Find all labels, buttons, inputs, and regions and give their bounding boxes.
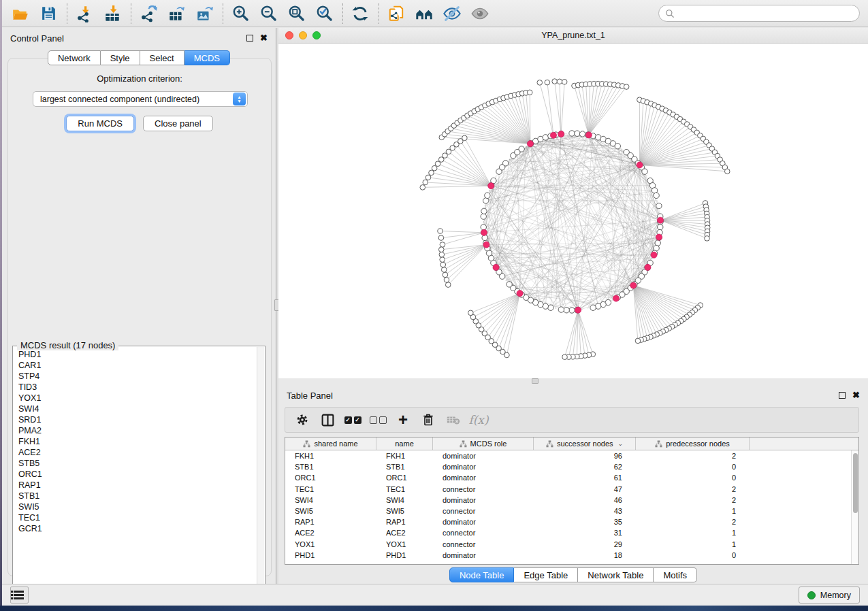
network-node[interactable]	[615, 144, 620, 149]
mcds-network-node[interactable]	[657, 217, 663, 223]
table-row[interactable]: PHD1PHD1dominator180	[285, 550, 851, 561]
network-node[interactable]	[507, 282, 512, 287]
tab-node-table[interactable]: Node Table	[449, 567, 515, 582]
mcds-result-item[interactable]: STP4	[14, 371, 256, 382]
mcds-network-node[interactable]	[493, 264, 499, 270]
table-row[interactable]: FKH1FKH1dominator962	[285, 450, 851, 461]
network-node[interactable]	[502, 161, 508, 166]
mcds-network-node[interactable]	[656, 234, 662, 240]
network-node[interactable]	[543, 135, 548, 140]
split-columns-icon[interactable]	[317, 410, 338, 430]
network-node[interactable]	[558, 307, 564, 312]
network-node[interactable]	[642, 169, 647, 174]
mcds-network-node[interactable]	[488, 183, 494, 189]
mcds-network-node[interactable]	[481, 229, 487, 235]
tab-edge-table[interactable]: Edge Table	[514, 567, 578, 582]
network-node[interactable]	[590, 305, 596, 310]
close-panel-button[interactable]: Close panel	[143, 116, 213, 131]
table-row[interactable]: TEC1TEC1connector472	[285, 484, 851, 495]
splitter-handle[interactable]	[532, 378, 539, 384]
mcds-network-node[interactable]	[613, 295, 619, 301]
memory-button[interactable]: Memory	[799, 587, 860, 604]
mcds-network-node[interactable]	[651, 252, 657, 258]
network-node[interactable]	[564, 308, 569, 313]
tab-network-table[interactable]: Network Table	[578, 567, 654, 582]
close-panel-icon[interactable]: ✖	[852, 392, 860, 399]
column-header-successor-nodes[interactable]: successor nodes⌄	[534, 437, 636, 450]
mcds-result-item[interactable]: PHD1	[14, 349, 256, 360]
mcds-network-node[interactable]	[630, 282, 637, 288]
tab-network[interactable]: Network	[48, 50, 101, 65]
network-canvas[interactable]	[278, 44, 868, 378]
network-window-titlebar[interactable]: YPA_prune.txt_1	[278, 28, 868, 44]
network-node[interactable]	[483, 198, 489, 203]
mcds-result-item[interactable]: SWI5	[14, 501, 256, 512]
mcds-result-item[interactable]: TID3	[14, 382, 256, 393]
horizontal-splitter[interactable]	[278, 378, 868, 385]
table-row[interactable]: YOX1YOX1connector291	[285, 539, 851, 550]
network-node[interactable]	[575, 131, 580, 136]
mcds-result-item[interactable]: TEC1	[14, 512, 256, 523]
mcds-network-node[interactable]	[575, 307, 581, 313]
tab-mcds[interactable]: MCDS	[184, 50, 230, 65]
table-row[interactable]: ACE2ACE2connector311	[285, 527, 851, 538]
optimization-criterion-select[interactable]: largest connected component (undirected)…	[33, 91, 248, 107]
select-all-checkbox-icon[interactable]: ✓✓	[342, 410, 363, 430]
mcds-network-node[interactable]	[527, 141, 533, 147]
column-header-MCDS-role[interactable]: MCDS role	[433, 437, 534, 450]
table-row[interactable]: SWI5SWI5connector431	[285, 506, 851, 516]
table-row[interactable]: STB1STB1dominator620	[285, 461, 851, 472]
mcds-result-item[interactable]: CAR1	[14, 360, 256, 371]
deselect-all-checkbox-icon[interactable]	[368, 410, 388, 430]
mcds-result-item[interactable]: FKH1	[14, 436, 256, 447]
import-network-icon[interactable]	[73, 2, 96, 25]
mcds-result-item[interactable]: SWI4	[14, 403, 256, 414]
mcds-result-list[interactable]: PHD1CAR1STP4TID3YOX1SWI4SRD1PMA2FKH1ACE2…	[14, 349, 256, 595]
mcds-network-node[interactable]	[517, 291, 523, 297]
show-all-icon[interactable]	[468, 2, 492, 25]
float-panel-icon[interactable]	[839, 392, 846, 399]
network-node[interactable]	[548, 305, 553, 310]
close-panel-icon[interactable]: ✖	[260, 35, 268, 42]
tab-style[interactable]: Style	[101, 50, 140, 65]
network-node[interactable]	[481, 208, 487, 214]
mcds-result-item[interactable]: SRD1	[14, 414, 256, 425]
search-input[interactable]	[679, 9, 853, 18]
mcds-result-item[interactable]: STB5	[14, 458, 256, 469]
network-node[interactable]	[579, 131, 585, 137]
network-node[interactable]	[658, 225, 663, 230]
gear-icon[interactable]	[292, 410, 312, 430]
scrollbar-thumb[interactable]	[853, 453, 858, 513]
table-row[interactable]: RAP1RAP1dominator352	[285, 516, 851, 527]
network-node[interactable]	[485, 193, 490, 198]
mcds-result-item[interactable]: RAP1	[14, 480, 256, 491]
mcds-network-node[interactable]	[483, 242, 489, 248]
import-table-icon[interactable]	[101, 2, 124, 25]
network-node[interactable]	[481, 225, 486, 230]
run-mcds-button[interactable]: Run MCDS	[66, 116, 134, 131]
mcds-network-node[interactable]	[645, 264, 651, 270]
hide-selected-icon[interactable]	[440, 2, 464, 25]
mcds-result-item[interactable]: ACE2	[14, 447, 256, 458]
task-history-icon[interactable]	[10, 587, 29, 604]
zoom-selected-icon[interactable]	[312, 2, 336, 25]
zoom-out-icon[interactable]	[257, 2, 280, 25]
mcds-result-item[interactable]: ORC1	[14, 469, 256, 480]
float-panel-icon[interactable]	[246, 35, 253, 42]
network-node[interactable]	[481, 214, 486, 219]
new-network-from-selection-icon[interactable]	[385, 2, 408, 25]
mcds-result-item[interactable]: GCR1	[14, 523, 256, 534]
table-row[interactable]: ORC1ORC1dominator610	[285, 472, 851, 483]
network-node[interactable]	[569, 308, 575, 313]
table-row[interactable]: SWI4SWI4dominator462	[285, 495, 851, 506]
zoom-in-icon[interactable]	[229, 2, 252, 25]
mcds-result-scrollbar[interactable]	[257, 347, 264, 596]
mcds-network-node[interactable]	[558, 131, 564, 137]
delete-column-icon[interactable]	[418, 410, 438, 430]
mcds-network-node[interactable]	[585, 132, 592, 138]
open-session-icon[interactable]	[9, 2, 32, 25]
column-header-name[interactable]: name	[376, 437, 433, 450]
add-column-icon[interactable]: +	[393, 410, 413, 430]
mcds-result-item[interactable]: PMA2	[14, 425, 256, 436]
search-box[interactable]	[658, 5, 860, 22]
